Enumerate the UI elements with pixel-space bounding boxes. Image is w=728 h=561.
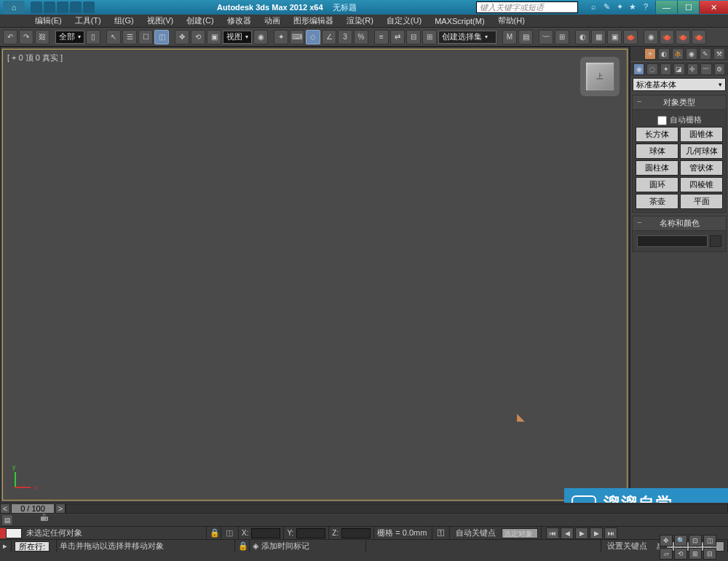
cameras-icon[interactable]: ◪ — [673, 63, 684, 75]
viewcube-face[interactable]: 上 — [585, 61, 615, 92]
fov-icon[interactable]: ▱ — [660, 548, 673, 560]
object-name-input[interactable] — [637, 235, 708, 247]
key-filter-dropdown[interactable]: 选定对象 — [502, 528, 538, 538]
percent-snap-icon[interactable]: 3 — [338, 30, 352, 44]
systems-icon[interactable]: ⚙ — [714, 63, 725, 75]
snap-toggle-icon[interactable]: ◇ — [306, 30, 320, 44]
prev-frame-icon[interactable]: ◀ — [561, 527, 574, 539]
redo-icon[interactable]: ↷ — [19, 30, 33, 44]
min-toggle-icon[interactable]: ⊟ — [703, 548, 716, 560]
trackbar-marker[interactable] — [0, 528, 6, 538]
menu-modifiers[interactable]: 修改器 — [221, 15, 257, 27]
render-iter-icon[interactable]: 🫖 — [660, 30, 674, 44]
rollout-header[interactable]: 对象类型 — [633, 95, 726, 110]
max-toggle-icon[interactable]: ⊞ — [689, 548, 702, 560]
shapes-icon[interactable]: ◌ — [646, 63, 657, 75]
obj-cone-button[interactable]: 圆锥体 — [680, 127, 723, 142]
ref-coord-dropdown[interactable]: 视图 — [223, 31, 252, 44]
menu-create[interactable]: 创建(C) — [181, 15, 219, 27]
undo-icon[interactable]: ↶ — [3, 30, 17, 44]
mirror2-icon[interactable]: M — [502, 30, 517, 44]
person-icon[interactable]: ⛹ — [672, 48, 684, 60]
lock-icon[interactable]: 🔒 — [210, 528, 220, 538]
sun-icon[interactable]: ☀ — [644, 48, 656, 60]
zoom-extents-icon[interactable]: ◫ — [703, 535, 716, 546]
obj-box-button[interactable]: 长方体 — [636, 127, 678, 142]
align-icon[interactable]: ⊟ — [406, 30, 421, 44]
render-active-icon[interactable]: 🫖 — [676, 30, 690, 44]
window-crossing-icon[interactable]: ◫ — [154, 30, 169, 44]
maximize-button[interactable]: ☐ — [677, 1, 699, 14]
viewport-label[interactable]: [ + 0 顶 0 真实 ] — [7, 52, 63, 63]
pivot-icon[interactable]: ◉ — [253, 30, 268, 44]
next-frame-icon[interactable]: ▶ — [590, 527, 603, 539]
expand-icon[interactable]: ▸ — [3, 541, 7, 551]
render-setup-icon[interactable]: ▦ — [591, 30, 606, 44]
curve-editor-icon[interactable]: 〰 — [539, 30, 553, 44]
time-slider-thumb[interactable]: 0 / 100 — [11, 503, 55, 514]
menu-maxscript[interactable]: MAXScript(M) — [429, 16, 490, 26]
slider-left-button[interactable]: < — [0, 503, 10, 514]
material-editor-icon[interactable]: ◐ — [575, 30, 590, 44]
angle-snap-icon[interactable]: ∠ — [322, 30, 336, 44]
y-input[interactable] — [296, 528, 325, 538]
autokey-button[interactable]: 自动关键点 — [453, 527, 499, 538]
trackbar-white-marker[interactable] — [6, 528, 22, 538]
slider-right-button[interactable]: > — [55, 503, 66, 514]
keyboard-shortcut-icon[interactable]: ⌨ — [290, 30, 304, 44]
menu-views[interactable]: 视图(V) — [141, 15, 180, 27]
menu-graph[interactable]: 图形编辑器 — [288, 15, 339, 27]
link-icon[interactable]: ⛓ — [35, 30, 50, 44]
qat-icon[interactable] — [83, 1, 95, 13]
pan-icon[interactable]: ✥ — [660, 535, 673, 546]
qat-icon[interactable] — [70, 1, 82, 13]
render-icon[interactable]: 🫖 — [623, 30, 638, 44]
named-selection-dropdown[interactable]: 创建选择集 — [438, 31, 496, 44]
obj-torus-button[interactable]: 圆环 — [636, 177, 678, 192]
select-object-icon[interactable]: ↖ — [106, 30, 121, 44]
play-icon[interactable]: ▶ — [575, 527, 588, 539]
row-label-button[interactable]: 所在行: — [15, 541, 50, 552]
time-slider-track[interactable] — [66, 503, 728, 514]
array-icon[interactable]: ⊞ — [422, 30, 437, 44]
hammer-icon[interactable]: ⚒ — [713, 48, 725, 60]
z-input[interactable] — [341, 528, 371, 538]
schematic-icon[interactable]: ⊞ — [555, 30, 569, 44]
spacewarps-icon[interactable]: 〰 — [700, 63, 711, 75]
zoom-all-icon[interactable]: ⊡ — [689, 535, 702, 546]
obj-tube-button[interactable]: 管状体 — [680, 160, 723, 176]
app-logo-icon[interactable]: ⌂ — [3, 1, 25, 14]
close-button[interactable]: ✕ — [699, 1, 728, 14]
goto-end-icon[interactable]: ⏭ — [604, 527, 617, 539]
wrench-icon[interactable]: ✎ — [700, 48, 711, 60]
script-lock-icon[interactable]: 🔒 — [238, 541, 248, 552]
menu-help[interactable]: 帮助(H) — [492, 15, 531, 27]
teapot-icon[interactable]: 🫖 — [692, 30, 706, 44]
spinner-snap-icon[interactable]: % — [354, 30, 368, 44]
scale-icon[interactable]: ▣ — [207, 30, 221, 44]
goto-start-icon[interactable]: ⏮ — [546, 527, 559, 539]
manipulate-icon[interactable]: ✦ — [274, 30, 288, 44]
globe-icon[interactable]: ◉ — [686, 48, 697, 60]
help-icon[interactable]: ? — [641, 2, 651, 12]
light-icon[interactable]: ◐ — [658, 48, 670, 60]
key-icon[interactable]: ⚿ — [435, 528, 446, 538]
render-prod-icon[interactable]: ◉ — [644, 30, 658, 44]
lights-icon[interactable]: ✦ — [660, 63, 671, 75]
abs-rel-icon[interactable]: ◫ — [224, 528, 234, 538]
select-region-icon[interactable]: ☐ — [138, 30, 153, 44]
setkey-button[interactable]: 设置关键点 — [604, 541, 650, 552]
render-frame-icon[interactable]: ▣ — [607, 30, 622, 44]
favorites-icon[interactable]: ★ — [628, 2, 638, 12]
help-search-input[interactable]: 键入关键字或短语 — [476, 1, 578, 13]
rollout-header[interactable]: 名称和颜色 — [633, 216, 726, 231]
category-dropdown[interactable]: 标准基本体 — [633, 78, 726, 91]
qat-icon[interactable] — [31, 1, 42, 13]
layers-icon[interactable]: ▤ — [518, 30, 533, 44]
viewcube[interactable]: 上 — [579, 55, 621, 98]
menu-customize[interactable]: 自定义(U) — [381, 15, 427, 27]
trackbar-toggle-icon[interactable]: ▤ — [1, 514, 13, 526]
autogrid-checkbox[interactable] — [657, 116, 667, 125]
x-input[interactable] — [251, 528, 280, 538]
select-icon[interactable]: ▯ — [86, 30, 100, 44]
